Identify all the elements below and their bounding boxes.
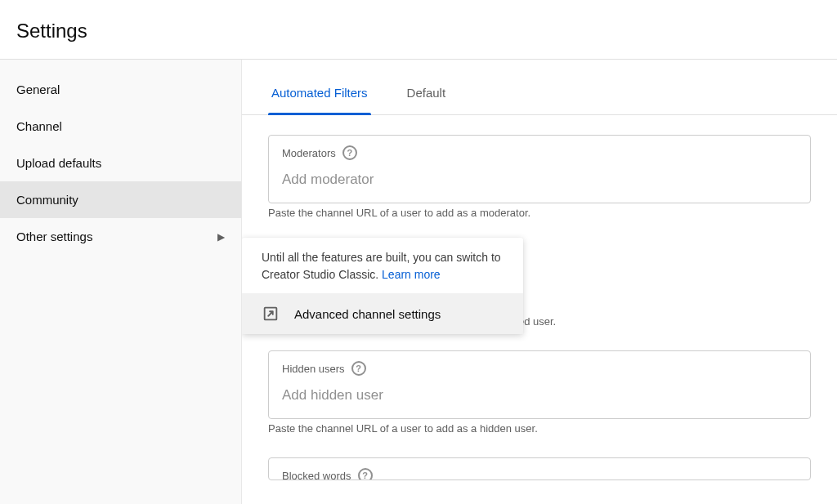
blocked-words-label: Blocked words <box>282 470 351 481</box>
tab-bar: Automated Filters Default <box>242 73 837 115</box>
help-icon[interactable]: ? <box>351 361 366 376</box>
popover-text: Until all the features are built, you ca… <box>242 238 523 293</box>
chevron-right-icon: ▶ <box>217 231 225 243</box>
tab-automated-filters[interactable]: Automated Filters <box>268 73 371 114</box>
field-label-row: Hidden users ? <box>282 361 797 376</box>
sidebar-item-channel[interactable]: Channel <box>0 108 241 145</box>
popover-action-label: Advanced channel settings <box>294 307 441 321</box>
sidebar-item-label: Other settings <box>16 230 92 243</box>
moderators-field-box: Moderators ? <box>268 135 811 203</box>
settings-sidebar: General Channel Upload defaults Communit… <box>0 60 242 504</box>
settings-main: Automated Filters Default Moderators ? P… <box>242 60 837 504</box>
moderators-label: Moderators <box>282 147 336 159</box>
moderators-hint: Paste the channel URL of a user to add a… <box>268 207 811 219</box>
hidden-users-hint: Paste the channel URL of a user to add a… <box>268 422 811 435</box>
hidden-users-label: Hidden users <box>282 363 345 375</box>
advanced-channel-settings-button[interactable]: Advanced channel settings <box>242 293 523 334</box>
open-external-icon <box>262 305 280 323</box>
learn-more-link[interactable]: Learn more <box>382 268 441 281</box>
sidebar-item-label: Community <box>16 193 78 207</box>
help-icon[interactable]: ? <box>342 145 357 160</box>
blocked-words-field-box: Blocked words ? <box>268 457 811 480</box>
help-icon[interactable]: ? <box>358 468 373 480</box>
tab-default[interactable]: Default <box>404 73 450 114</box>
sidebar-item-label: Channel <box>16 119 62 133</box>
sidebar-item-label: Upload defaults <box>16 156 101 170</box>
classic-studio-popover: Until all the features are built, you ca… <box>242 238 523 334</box>
sidebar-item-other-settings[interactable]: Other settings ▶ <box>0 218 241 255</box>
sidebar-item-general[interactable]: General <box>0 71 241 108</box>
hidden-users-input[interactable] <box>282 387 797 404</box>
tab-label: Default <box>407 86 446 100</box>
field-label-row: Moderators ? <box>282 145 797 160</box>
hidden-users-field-box: Hidden users ? <box>268 350 811 419</box>
settings-header: Settings <box>0 0 837 60</box>
sidebar-item-upload-defaults[interactable]: Upload defaults <box>0 145 241 181</box>
settings-body: General Channel Upload defaults Communit… <box>0 60 837 504</box>
sidebar-item-label: General <box>16 83 60 96</box>
moderators-input[interactable] <box>282 172 797 188</box>
field-label-row: Blocked words ? <box>282 468 797 480</box>
tab-label: Automated Filters <box>271 86 368 100</box>
page-title: Settings <box>16 20 837 42</box>
sidebar-item-community[interactable]: Community <box>0 181 241 218</box>
